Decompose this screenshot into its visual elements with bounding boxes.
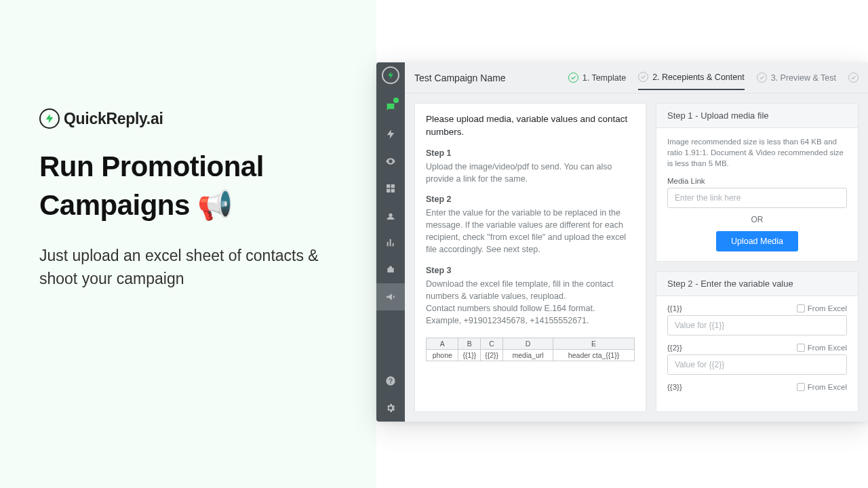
nav-grid-icon[interactable] [376,175,405,202]
step3-text1: Download the excel file template, fill i… [426,278,635,302]
promo-title: Run Promotional Campaigns 📢 [39,148,336,224]
nav-bolt-icon[interactable] [376,121,405,148]
nav-eye-icon[interactable] [376,148,405,175]
promo-panel: QuickReply.ai Run Promotional Campaigns … [0,0,376,488]
nav-analytics-icon[interactable] [376,229,405,256]
instructions-card: Please upload media, variable values and… [414,103,646,412]
upload-media-button[interactable]: Upload Media [716,231,798,251]
or-separator: OR [667,215,847,224]
wizard-step-preview[interactable]: 3. Preview & Test [757,66,836,89]
brand-logo: QuickReply.ai [39,108,336,129]
from-excel-checkbox[interactable]: From Excel [797,304,847,312]
app-screenshot: Test Campaign Name 1. Template 2. Recepi… [376,0,868,488]
from-excel-checkbox[interactable]: From Excel [797,344,847,352]
wizard-step-next[interactable] [848,66,859,89]
step3-text3: Example, +919012345678, +14155552671. [426,314,635,327]
upload-media-card: Step 1 - Upload media file Image recomme… [656,103,859,262]
wizard-header: Test Campaign Name 1. Template 2. Recepi… [405,62,868,94]
promo-subtitle: Just upload an excel sheet of contacts &… [39,245,336,290]
upload-hint: Image recommended size is less than 64 K… [667,136,847,169]
step2-heading: Step 2 [426,195,635,204]
instructions-intro: Please upload media, variable values and… [426,113,635,139]
media-link-label: Media Link [667,177,847,185]
nav-help-icon[interactable] [376,367,405,394]
excel-template-table: A B C D E phone {{1}} {{2}} media_url he… [426,338,635,361]
variable-name: {{1}} [667,304,682,312]
variable-name: {{2}} [667,344,682,352]
step1-heading: Step 1 [426,148,635,158]
variable-row: {{2}} From Excel [667,344,847,375]
campaign-name: Test Campaign Name [414,73,506,83]
wizard-step-recipients[interactable]: 2. Recepients & Content [638,65,745,90]
nav-campaigns-icon[interactable] [376,283,405,310]
app-logo-icon [382,66,399,84]
variable-row: {{3}} From Excel [667,383,847,391]
check-icon [568,73,578,83]
variable-row: {{1}} From Excel [667,304,847,336]
step1-text: Upload the image/video/pdf to send. You … [426,161,635,185]
step2-text: Enter the value for the variable to be r… [426,207,635,256]
side-nav [376,62,405,422]
nav-bot-icon[interactable] [376,256,405,283]
check-icon [757,73,767,83]
nav-settings-icon[interactable] [376,394,405,422]
notification-dot-icon [393,98,399,103]
variables-card: Step 2 - Enter the variable value {{1}} … [656,271,859,412]
check-icon [638,72,648,82]
step3-text2: Contact numbers should follow E.164 form… [426,302,635,314]
upload-card-title: Step 1 - Upload media file [656,104,858,128]
step3-heading: Step 3 [426,266,635,275]
variables-card-title: Step 2 - Enter the variable value [656,272,858,296]
nav-users-icon[interactable] [376,202,405,229]
wizard-step-template[interactable]: 1. Template [568,66,626,89]
brand-name: QuickReply.ai [64,110,163,128]
variable-value-input[interactable] [667,315,847,336]
check-icon [848,73,859,83]
variable-value-input[interactable] [667,354,847,375]
logo-mark-icon [39,108,60,129]
from-excel-checkbox[interactable]: From Excel [797,383,847,391]
media-link-input[interactable] [667,188,847,208]
variable-name: {{3}} [667,383,682,391]
nav-chat-icon[interactable] [376,94,405,121]
